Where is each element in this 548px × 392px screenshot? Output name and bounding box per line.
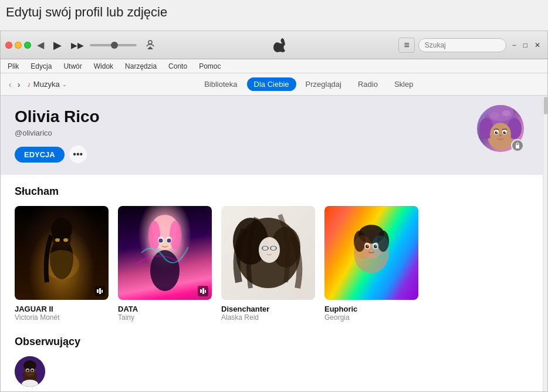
album-item[interactable]: JAGUAR II Victoria Monét [15,206,109,322]
svg-point-7 [490,123,511,146]
album-art-overlay-dis [221,206,315,300]
obserwujacy-section: Obserwujący [15,336,533,387]
menu-conto[interactable]: Conto [166,61,190,72]
svg-point-47 [263,246,268,250]
maximize-button[interactable] [24,42,31,49]
airplay-button[interactable] [140,36,160,54]
apple-logo [164,38,395,52]
svg-point-69 [31,370,33,372]
album-cover-disenchanter [221,206,315,300]
menu-utwor[interactable]: Utwór [61,61,84,72]
menu-narzedzia[interactable]: Narzędzia [123,61,159,72]
nav-tabs: Biblioteka Dla Ciebie Przeglądaj Radio S… [76,77,542,91]
album-title-1: JAGUAR II [15,305,109,313]
albums-grid: JAGUAR II Victoria Monét [15,206,533,322]
window-restore-button[interactable]: □ [521,40,530,50]
svg-rect-18 [516,145,519,148]
profile-avatar[interactable] [477,105,524,152]
album-cover-data [118,206,212,300]
window-controls [5,42,31,49]
dropdown-chevron-icon: ⌄ [62,81,67,87]
edit-profile-button[interactable]: EDYCJA [15,147,65,163]
album-item[interactable]: DATA Tainy [118,206,212,322]
list-view-button[interactable]: ≡ [398,38,414,53]
svg-point-14 [499,135,502,137]
svg-point-30 [148,221,160,250]
menu-plik[interactable]: Plik [5,61,21,72]
album-title-3: Disenchanter [221,305,315,313]
back-button[interactable]: ◀ [35,37,46,53]
album-title-4: Euphoric [324,305,418,313]
svg-point-65 [23,360,36,371]
tab-sklep[interactable]: Sklep [387,77,421,91]
album-badge-1 [94,286,105,296]
svg-point-12 [496,131,498,133]
album-item[interactable]: Disenchanter Alaska Reid [221,206,315,322]
menu-edycja[interactable]: Edycja [28,61,54,72]
album-artist-2: Tainy [118,313,212,322]
album-artist-3: Alaska Reid [221,313,315,322]
close-button[interactable] [5,42,12,49]
svg-point-48 [271,246,276,250]
menu-widok[interactable]: Widok [92,61,116,72]
svg-point-13 [505,131,506,133]
svg-marker-0 [147,46,153,49]
album-cover-euphoric [324,206,418,300]
lock-badge [511,139,524,152]
svg-rect-38 [202,288,204,294]
profile-actions: EDYCJA ••• [15,146,533,163]
tab-biblioteka[interactable]: Biblioteka [197,77,244,91]
obserwujacy-title: Obserwujący [15,336,533,348]
svg-rect-37 [200,289,202,293]
tab-dla-ciebie[interactable]: Dla Ciebie [247,77,296,91]
window-minimize-button[interactable]: − [510,40,519,50]
follower-avatar[interactable] [15,356,45,387]
svg-rect-27 [102,290,103,293]
volume-thumb [111,42,118,49]
album-artist-4: Georgia [324,313,418,322]
svg-point-61 [371,235,389,259]
album-artist-1: Victoria Monét [15,313,109,322]
svg-point-44 [259,237,280,263]
tab-radio[interactable]: Radio [351,77,385,91]
music-note-icon: ♪ [27,80,31,89]
svg-point-17 [502,110,510,116]
itunes-window: ◀ ▶ ▶▶ ≡ − □ ✕ [0,31,548,392]
nav-forward-button[interactable]: › [15,79,23,90]
navbar: ‹ › ♪ Muzyka ⌄ Biblioteka Dla Ciebie Prz… [1,73,547,96]
album-badge-2 [198,286,208,296]
svg-point-24 [63,238,68,242]
more-options-button[interactable]: ••• [69,146,87,163]
svg-rect-25 [97,289,99,293]
svg-point-1 [148,40,152,44]
profile-section: Olivia Rico @oliviarico EDYCJA ••• [1,96,547,175]
nav-back-button[interactable]: ‹ [6,79,14,90]
minimize-button[interactable] [15,42,22,49]
volume-slider[interactable] [90,44,137,46]
svg-point-10 [495,131,498,134]
album-item[interactable]: Euphoric Georgia [324,206,418,322]
scrollbar-thumb[interactable] [544,97,547,114]
nav-arrows: ‹ › [6,79,22,90]
slucham-section: Słucham [15,185,533,322]
menubar: Plik Edycja Utwór Widok Narzędzia Conto … [1,59,547,73]
profile-name: Olivia Rico [15,107,533,126]
play-button[interactable]: ▶ [50,36,65,54]
search-input[interactable] [418,38,506,52]
window-buttons: − □ ✕ [510,40,543,50]
window-close-button[interactable]: ✕ [532,40,543,50]
titlebar: ◀ ▶ ▶▶ ≡ − □ ✕ [1,31,547,59]
tab-przegladaj[interactable]: Przeglądaj [299,77,349,91]
library-label[interactable]: Muzyka [33,80,60,89]
content-area: Słucham [1,175,547,391]
svg-point-22 [51,218,72,241]
svg-point-35 [167,239,171,243]
library-selector[interactable]: ♪ Muzyka ⌄ [27,80,66,89]
scrollbar-track[interactable] [543,96,547,391]
menu-pomoc[interactable]: Pomoc [197,61,223,72]
svg-point-31 [170,221,181,250]
album-cover-jaguar-ii [15,206,109,300]
skip-forward-button[interactable]: ▶▶ [69,38,86,52]
svg-rect-26 [99,288,101,294]
album-art-overlay-eur [324,206,418,300]
